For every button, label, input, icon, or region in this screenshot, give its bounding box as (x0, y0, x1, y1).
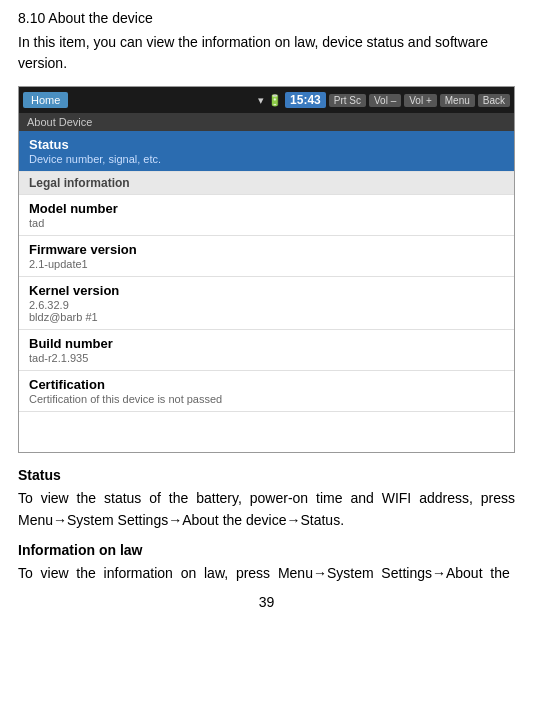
item-title: Legal information (29, 176, 504, 190)
clock-display: 15:43 (285, 92, 326, 108)
item-subtitle: 2.1-update1 (29, 258, 504, 270)
back-button[interactable]: Back (478, 94, 510, 107)
home-button[interactable]: Home (23, 92, 68, 108)
about-device-label: About Device (27, 116, 92, 128)
item-title: Build number (29, 336, 504, 351)
item-subtitle: tad-r2.1.935 (29, 352, 504, 364)
item-title: Firmware version (29, 242, 504, 257)
list-item[interactable]: Certification Certification of this devi… (19, 371, 514, 412)
intro-paragraph: In this item, you can view the informati… (18, 32, 515, 74)
item-subtitle: 2.6.32.9bldz@barb #1 (29, 299, 504, 323)
list-item[interactable]: Firmware version 2.1-update1 (19, 236, 514, 277)
about-device-header: About Device (19, 113, 514, 131)
menu-button[interactable]: Menu (440, 94, 475, 107)
list-item[interactable]: Build number tad-r2.1.935 (19, 330, 514, 371)
item-title: Certification (29, 377, 504, 392)
item-subtitle: Certification of this device is not pass… (29, 393, 504, 405)
vol-plus-button[interactable]: Vol + (404, 94, 437, 107)
list-item[interactable]: Status Device number, signal, etc. (19, 131, 514, 172)
empty-area (19, 412, 514, 452)
status-heading: Status (18, 467, 515, 483)
list-item[interactable]: Kernel version 2.6.32.9bldz@barb #1 (19, 277, 514, 330)
list-item[interactable]: Model number tad (19, 195, 514, 236)
battery-icon: 🔋 (268, 94, 282, 107)
item-subtitle: Device number, signal, etc. (29, 153, 504, 165)
section-heading: 8.10 About the device (18, 10, 515, 26)
law-section: Information on law To view the informati… (18, 542, 515, 584)
page-wrapper: 8.10 About the device In this item, you … (0, 0, 533, 620)
law-heading: Information on law (18, 542, 515, 558)
top-bar-icons: ▾ 🔋 (258, 94, 282, 107)
item-subtitle: tad (29, 217, 504, 229)
page-number: 39 (18, 594, 515, 610)
signal-icon: ▾ (258, 94, 264, 107)
top-bar: Home ▾ 🔋 15:43 Prt Sc Vol – Vol + Menu B… (19, 87, 514, 113)
item-title: Model number (29, 201, 504, 216)
device-panel: Home ▾ 🔋 15:43 Prt Sc Vol – Vol + Menu B… (18, 86, 515, 453)
law-para: To view the information on law, press Me… (18, 562, 515, 584)
item-title: Status (29, 137, 504, 152)
prtsc-button[interactable]: Prt Sc (329, 94, 366, 107)
list-item[interactable]: Legal information (19, 172, 514, 195)
item-title: Kernel version (29, 283, 504, 298)
status-section: Status To view the status of the battery… (18, 467, 515, 532)
vol-minus-button[interactable]: Vol – (369, 94, 401, 107)
status-para: To view the status of the battery, power… (18, 487, 515, 532)
menu-list: Status Device number, signal, etc. Legal… (19, 131, 514, 452)
